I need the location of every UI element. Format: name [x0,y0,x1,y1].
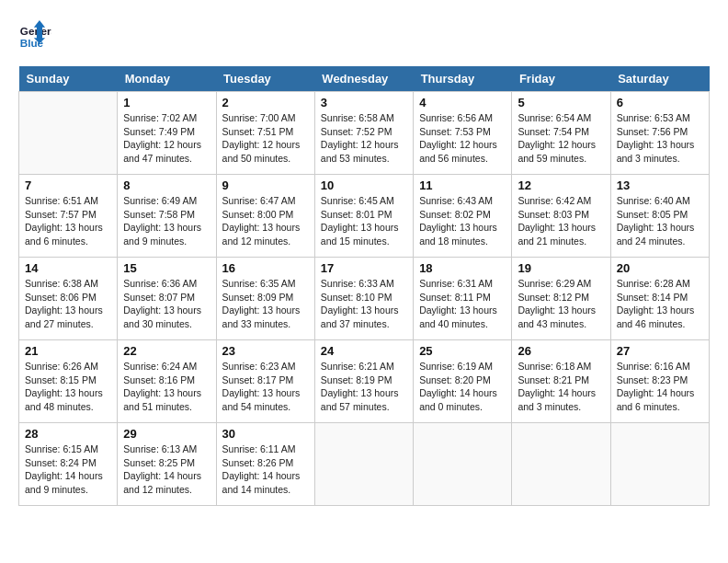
day-info: Sunrise: 6:28 AMSunset: 8:14 PMDaylight:… [617,277,703,331]
day-number: 30 [222,427,309,441]
day-info: Sunrise: 6:11 AMSunset: 8:26 PMDaylight:… [222,442,309,497]
calendar-cell: 20Sunrise: 6:28 AMSunset: 8:14 PMDayligh… [610,258,709,340]
day-info: Sunrise: 6:15 AMSunset: 8:24 PMDaylight:… [25,442,111,497]
weekday-header: Sunday [19,66,118,92]
day-number: 12 [518,178,604,192]
day-number: 15 [123,261,210,275]
calendar-cell: 24Sunrise: 6:21 AMSunset: 8:19 PMDayligh… [314,340,413,423]
day-number: 2 [222,96,309,109]
day-info: Sunrise: 6:58 AMSunset: 7:52 PMDaylight:… [321,111,407,166]
day-info: Sunrise: 6:43 AMSunset: 8:02 PMDaylight:… [419,194,506,248]
day-number: 11 [419,178,506,192]
week-row: 28Sunrise: 6:15 AMSunset: 8:24 PMDayligh… [19,423,710,506]
day-info: Sunrise: 7:02 AMSunset: 7:49 PMDaylight:… [123,111,210,166]
day-info: Sunrise: 6:54 AMSunset: 7:54 PMDaylight:… [518,111,604,166]
calendar-cell [19,92,118,175]
calendar-cell: 18Sunrise: 6:31 AMSunset: 8:11 PMDayligh… [414,258,512,340]
logo: General Blue [18,18,55,52]
calendar-cell [414,423,512,506]
day-info: Sunrise: 6:45 AMSunset: 8:01 PMDaylight:… [321,194,407,248]
day-number: 10 [321,178,407,192]
day-number: 20 [617,261,703,275]
day-info: Sunrise: 6:36 AMSunset: 8:07 PMDaylight:… [123,277,210,331]
week-row: 14Sunrise: 6:38 AMSunset: 8:06 PMDayligh… [19,258,710,340]
day-number: 17 [321,261,407,275]
calendar-cell: 9Sunrise: 6:47 AMSunset: 8:00 PMDaylight… [216,175,314,258]
day-info: Sunrise: 6:56 AMSunset: 7:53 PMDaylight:… [419,111,506,166]
day-number: 3 [321,96,407,109]
calendar-cell: 16Sunrise: 6:35 AMSunset: 8:09 PMDayligh… [216,258,314,340]
calendar-cell: 22Sunrise: 6:24 AMSunset: 8:16 PMDayligh… [118,340,216,423]
day-number: 28 [25,427,111,441]
day-number: 16 [222,261,309,275]
day-number: 25 [419,344,506,358]
calendar-cell: 5Sunrise: 6:54 AMSunset: 7:54 PMDaylight… [512,92,610,175]
calendar-cell: 30Sunrise: 6:11 AMSunset: 8:26 PMDayligh… [216,423,314,506]
calendar-cell [314,423,413,506]
day-number: 4 [419,96,506,109]
day-info: Sunrise: 6:19 AMSunset: 8:20 PMDaylight:… [419,360,506,414]
weekday-header: Thursday [414,66,512,92]
calendar-cell: 29Sunrise: 6:13 AMSunset: 8:25 PMDayligh… [118,423,216,506]
day-number: 24 [321,344,407,358]
weekday-header: Tuesday [216,66,314,92]
calendar-cell: 27Sunrise: 6:16 AMSunset: 8:23 PMDayligh… [610,340,709,423]
day-number: 7 [25,178,111,192]
day-number: 13 [617,178,703,192]
day-number: 14 [25,261,111,275]
calendar-cell: 19Sunrise: 6:29 AMSunset: 8:12 PMDayligh… [512,258,610,340]
day-info: Sunrise: 6:23 AMSunset: 8:17 PMDaylight:… [222,360,309,414]
weekday-header: Saturday [610,66,709,92]
day-number: 23 [222,344,309,358]
day-info: Sunrise: 6:16 AMSunset: 8:23 PMDaylight:… [617,360,703,414]
week-row: 7Sunrise: 6:51 AMSunset: 7:57 PMDaylight… [19,175,710,258]
calendar-cell: 8Sunrise: 6:49 AMSunset: 7:58 PMDaylight… [118,175,216,258]
weekday-header: Wednesday [314,66,413,92]
day-number: 29 [123,427,210,441]
calendar-header: SundayMondayTuesdayWednesdayThursdayFrid… [19,66,710,92]
day-info: Sunrise: 6:47 AMSunset: 8:00 PMDaylight:… [222,194,309,248]
calendar-table: SundayMondayTuesdayWednesdayThursdayFrid… [18,66,710,506]
day-info: Sunrise: 6:49 AMSunset: 7:58 PMDaylight:… [123,194,210,248]
day-number: 26 [518,344,604,358]
weekday-header: Friday [512,66,610,92]
day-info: Sunrise: 6:51 AMSunset: 7:57 PMDaylight:… [25,194,111,248]
day-info: Sunrise: 6:53 AMSunset: 7:56 PMDaylight:… [617,111,703,166]
weekday-header: Monday [118,66,216,92]
calendar-cell: 15Sunrise: 6:36 AMSunset: 8:07 PMDayligh… [118,258,216,340]
day-info: Sunrise: 6:29 AMSunset: 8:12 PMDaylight:… [518,277,604,331]
calendar-cell: 17Sunrise: 6:33 AMSunset: 8:10 PMDayligh… [314,258,413,340]
calendar-cell: 6Sunrise: 6:53 AMSunset: 7:56 PMDaylight… [610,92,709,175]
calendar-cell: 25Sunrise: 6:19 AMSunset: 8:20 PMDayligh… [414,340,512,423]
day-info: Sunrise: 6:33 AMSunset: 8:10 PMDaylight:… [321,277,407,331]
day-number: 8 [123,178,210,192]
day-number: 19 [518,261,604,275]
calendar-cell: 4Sunrise: 6:56 AMSunset: 7:53 PMDaylight… [414,92,512,175]
day-info: Sunrise: 6:31 AMSunset: 8:11 PMDaylight:… [419,277,506,331]
calendar-cell: 2Sunrise: 7:00 AMSunset: 7:51 PMDaylight… [216,92,314,175]
day-info: Sunrise: 7:00 AMSunset: 7:51 PMDaylight:… [222,111,309,166]
logo-icon: General Blue [18,18,51,52]
day-info: Sunrise: 6:18 AMSunset: 8:21 PMDaylight:… [518,360,604,414]
day-number: 27 [617,344,703,358]
calendar-cell: 21Sunrise: 6:26 AMSunset: 8:15 PMDayligh… [19,340,118,423]
calendar-cell: 10Sunrise: 6:45 AMSunset: 8:01 PMDayligh… [314,175,413,258]
day-info: Sunrise: 6:42 AMSunset: 8:03 PMDaylight:… [518,194,604,248]
calendar-cell: 14Sunrise: 6:38 AMSunset: 8:06 PMDayligh… [19,258,118,340]
day-info: Sunrise: 6:24 AMSunset: 8:16 PMDaylight:… [123,360,210,414]
day-info: Sunrise: 6:21 AMSunset: 8:19 PMDaylight:… [321,360,407,414]
calendar-cell: 26Sunrise: 6:18 AMSunset: 8:21 PMDayligh… [512,340,610,423]
calendar-cell: 28Sunrise: 6:15 AMSunset: 8:24 PMDayligh… [19,423,118,506]
day-info: Sunrise: 6:26 AMSunset: 8:15 PMDaylight:… [25,360,111,414]
calendar-cell: 12Sunrise: 6:42 AMSunset: 8:03 PMDayligh… [512,175,610,258]
header: General Blue [18,18,710,52]
day-number: 9 [222,178,309,192]
day-info: Sunrise: 6:35 AMSunset: 8:09 PMDaylight:… [222,277,309,331]
calendar-cell: 11Sunrise: 6:43 AMSunset: 8:02 PMDayligh… [414,175,512,258]
day-number: 6 [617,96,703,109]
day-number: 5 [518,96,604,109]
week-row: 1Sunrise: 7:02 AMSunset: 7:49 PMDaylight… [19,92,710,175]
calendar-cell: 23Sunrise: 6:23 AMSunset: 8:17 PMDayligh… [216,340,314,423]
calendar-cell: 1Sunrise: 7:02 AMSunset: 7:49 PMDaylight… [118,92,216,175]
day-number: 18 [419,261,506,275]
